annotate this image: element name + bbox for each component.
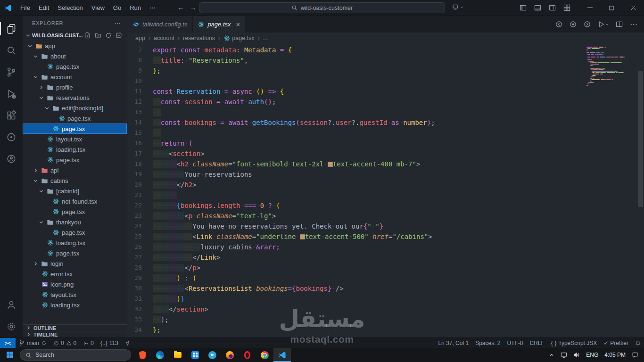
code-line-8[interactable]: 8··title:·"Reservations", bbox=[127, 55, 644, 66]
panel-timeline[interactable]: TIMELINE bbox=[23, 331, 127, 337]
formatter-status[interactable]: ✓Prettier bbox=[600, 338, 632, 348]
split-editor-icon[interactable] bbox=[616, 21, 623, 28]
tree-item-page.tsx[interactable]: page.tsx bbox=[23, 206, 127, 217]
tree-item-edit[bookingId][interactable]: edit\[bookingId] bbox=[23, 103, 127, 113]
back-arrow-icon[interactable]: ← bbox=[177, 3, 184, 11]
code-line-21[interactable]: 21······ bbox=[127, 190, 644, 200]
tree-item-app[interactable]: app bbox=[23, 41, 127, 51]
collapse-all-icon[interactable] bbox=[116, 32, 122, 39]
tree-item-[cabinId][interactable]: [cabinId] bbox=[23, 186, 127, 196]
taskbar-vscode-icon[interactable] bbox=[273, 348, 291, 362]
tree-item-layout.tsx[interactable]: layout.tsx bbox=[23, 289, 127, 300]
clock[interactable]: 4:05 PM bbox=[604, 352, 626, 358]
code-line-7[interactable]: 7export·const·metadata:·Metadata·=·{ bbox=[127, 45, 644, 55]
scrollbar-thumb[interactable] bbox=[638, 71, 643, 207]
more-actions-icon[interactable]: ⋯ bbox=[630, 21, 637, 28]
start-button[interactable] bbox=[0, 348, 20, 362]
tree-item-page.tsx[interactable]: page.tsx bbox=[23, 227, 127, 238]
customize-layout-icon[interactable] bbox=[563, 4, 570, 11]
plug-icon[interactable] bbox=[122, 338, 134, 348]
live-share-icon[interactable] bbox=[0, 148, 23, 170]
tree-item-account[interactable]: account bbox=[23, 72, 127, 82]
display-icon[interactable] bbox=[561, 352, 567, 358]
code-line-34[interactable]: 34}; bbox=[127, 325, 644, 335]
taskbar-edge-icon[interactable] bbox=[151, 348, 169, 362]
tree-item-page.tsx[interactable]: page.tsx bbox=[23, 113, 127, 123]
code-line-16[interactable]: 16··return·( bbox=[127, 138, 644, 148]
editor-nav-forward-icon[interactable] bbox=[584, 21, 591, 28]
notifications-bell-icon[interactable] bbox=[632, 338, 644, 348]
tree-item-reservations[interactable]: reservations bbox=[23, 92, 127, 103]
tree-item-page.tsx[interactable]: page.tsx bbox=[23, 248, 127, 258]
remote-explorer-icon[interactable] bbox=[0, 126, 23, 148]
breadcrumb-item-account[interactable]: account bbox=[154, 35, 174, 41]
ports-status[interactable]: 0 bbox=[80, 338, 97, 348]
tree-item-login[interactable]: login bbox=[23, 258, 127, 269]
tab-tailwind.config.ts[interactable]: tailwind.config.ts bbox=[127, 16, 193, 33]
tree-item-about[interactable]: about bbox=[23, 51, 127, 61]
editor-nav-back-icon[interactable] bbox=[555, 21, 562, 28]
code-line-32[interactable]: 32····</section> bbox=[127, 304, 644, 314]
code-line-18[interactable]: 18······<h2·className="font-semibold·tex… bbox=[127, 159, 644, 169]
accounts-icon[interactable] bbox=[0, 294, 23, 316]
color-swatch[interactable] bbox=[300, 234, 305, 239]
taskbar-brave-icon[interactable] bbox=[134, 348, 151, 362]
code-line-11[interactable]: 11const·Reservation·=·async·()·=>·{ bbox=[127, 86, 644, 97]
record-icon[interactable] bbox=[570, 21, 577, 28]
taskbar-store-icon[interactable] bbox=[186, 348, 204, 362]
code-line-29[interactable]: 29······)·:·( bbox=[127, 273, 644, 283]
new-folder-icon[interactable] bbox=[95, 32, 101, 39]
taskbar-search[interactable]: Search bbox=[20, 349, 131, 361]
color-swatch[interactable] bbox=[328, 162, 333, 167]
minimap[interactable] bbox=[586, 47, 636, 86]
notification-center-icon[interactable] bbox=[632, 352, 638, 358]
tree-item-page.tsx[interactable]: page.tsx bbox=[23, 123, 127, 134]
volume-icon[interactable] bbox=[573, 352, 580, 358]
eol-status[interactable]: CRLF bbox=[527, 338, 548, 348]
tree-item-page.tsx[interactable]: page.tsx bbox=[23, 155, 127, 165]
explorer-more-icon[interactable]: ⋯ bbox=[114, 19, 121, 27]
breadcrumb-item-app[interactable]: app bbox=[135, 35, 145, 41]
code-line-24[interactable]: 24··········You·have·no·reservations·yet… bbox=[127, 221, 644, 231]
code-line-19[interactable]: 19········Your·reservations bbox=[127, 169, 644, 180]
tree-item-error.tsx[interactable]: error.tsx bbox=[23, 269, 127, 279]
tree-item-profile[interactable]: profile bbox=[23, 82, 127, 92]
menu-selection[interactable]: Selection bbox=[53, 0, 87, 16]
code-line-22[interactable]: 22······{bookings.length·===·0·?·( bbox=[127, 200, 644, 211]
close-button[interactable] bbox=[622, 0, 644, 16]
refresh-icon[interactable] bbox=[105, 32, 112, 39]
run-file-icon[interactable] bbox=[598, 21, 609, 28]
code-line-31[interactable]: 31······)} bbox=[127, 294, 644, 304]
encoding-status[interactable]: UTF-8 bbox=[504, 338, 527, 348]
code-line-17[interactable]: 17····<section> bbox=[127, 148, 644, 159]
code-line-28[interactable]: 28········</p> bbox=[127, 263, 644, 273]
new-file-icon[interactable] bbox=[84, 32, 91, 39]
command-center-search[interactable]: wild-oasis-customer bbox=[199, 2, 445, 13]
search-icon[interactable] bbox=[0, 40, 23, 61]
toggle-panel-icon[interactable] bbox=[534, 4, 541, 11]
tree-item-not-found.tsx[interactable]: not-found.tsx bbox=[23, 196, 127, 206]
taskbar-opera-icon[interactable] bbox=[239, 348, 256, 362]
code-line-20[interactable]: 20······</h2> bbox=[127, 180, 644, 190]
panel-outline[interactable]: OUTLINE bbox=[23, 324, 127, 331]
menu-run[interactable]: Run bbox=[125, 0, 145, 16]
extensions-icon[interactable] bbox=[0, 105, 23, 126]
taskbar-explorer-icon[interactable] bbox=[169, 348, 186, 362]
tree-item-loading.tsx[interactable]: loading.tsx bbox=[23, 144, 127, 155]
menu-view[interactable]: View bbox=[87, 0, 109, 16]
project-header[interactable]: WILD-OASIS-CUST... bbox=[23, 30, 127, 41]
tree-item-cabins[interactable]: cabins bbox=[23, 175, 127, 186]
code-line-15[interactable]: 15·· bbox=[127, 128, 644, 138]
cursor-position[interactable]: Ln 37, Col 1 bbox=[435, 338, 472, 348]
tree-item-icon.png[interactable]: icon.png bbox=[23, 279, 127, 289]
taskbar-telegram-icon[interactable] bbox=[204, 348, 221, 362]
indentation-status[interactable]: Spaces: 2 bbox=[472, 338, 504, 348]
tab-page.tsx[interactable]: page.tsx× bbox=[193, 16, 246, 33]
code-line-30[interactable]: 30········<ReservationsList·bookings={bo… bbox=[127, 283, 644, 294]
code-line-23[interactable]: 23········<p·className="text-lg"> bbox=[127, 211, 644, 221]
menu-edit[interactable]: Edit bbox=[34, 0, 53, 16]
tree-item-thankyou[interactable]: thankyou bbox=[23, 217, 127, 227]
code-line-25[interactable]: 25··········<Link·className="underline·t… bbox=[127, 231, 644, 242]
toggle-secondary-sidebar-icon[interactable] bbox=[549, 4, 556, 11]
vertical-scrollbar[interactable] bbox=[637, 44, 644, 337]
